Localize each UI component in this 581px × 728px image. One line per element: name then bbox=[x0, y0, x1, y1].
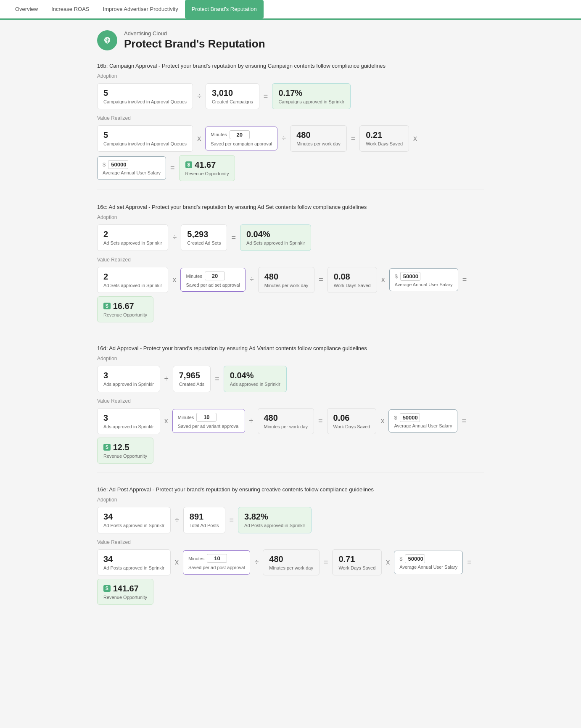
nav-protect-reputation[interactable]: Protect Brand's Reputation bbox=[185, 0, 264, 18]
card-label: Minutes per work day bbox=[264, 282, 309, 288]
green-dollar-icon: $ bbox=[103, 303, 111, 309]
card-value: 5,293 bbox=[187, 229, 221, 239]
formula-card: 0.04% Ad Sets approved in Sprinklr bbox=[240, 224, 311, 251]
value-realized-label: Value Realized bbox=[97, 539, 484, 545]
operator: = bbox=[318, 275, 324, 284]
operator: ÷ bbox=[164, 375, 169, 383]
input-unit-label: Minutes bbox=[211, 132, 227, 137]
card-value: 480 bbox=[269, 554, 313, 564]
formula-card: 480 Minutes per work day bbox=[258, 267, 315, 293]
card-value: 0.04% bbox=[246, 229, 305, 239]
section-title: 16c: Ad set Approval - Protect your bran… bbox=[97, 203, 484, 211]
value-formula: 3 Ads approved in Sprinklr x Minutes 10 … bbox=[97, 408, 484, 464]
input-card: Minutes 20 Saved per ad set approval bbox=[180, 268, 245, 292]
operator: = bbox=[462, 275, 468, 284]
card-value: 0.21 bbox=[366, 130, 403, 140]
card-label: Ad Posts approved in Sprinklr bbox=[103, 522, 164, 528]
value-realized-label: Value Realized bbox=[97, 398, 484, 404]
green-result-card: $ 12.5 Revenue Opportunity bbox=[97, 438, 153, 464]
formula-card: 2 Ad Sets approved in Sprinklr bbox=[97, 224, 168, 251]
input-card-label: Saved per ad post approval bbox=[188, 564, 245, 570]
card-value: 3,010 bbox=[212, 88, 253, 98]
input-unit-label: Minutes bbox=[186, 274, 202, 279]
sections-container: 16b: Campaign Approval - Protect your br… bbox=[97, 62, 484, 605]
formula-card: 5 Campaigns involved in Approval Queues bbox=[97, 83, 193, 109]
input-card-label: Saved per ad set approval bbox=[186, 282, 240, 288]
card-value: 0.06 bbox=[333, 413, 370, 423]
card-label: Minutes per work day bbox=[264, 424, 308, 430]
value-formula: 34 Ad Posts approved in Sprinklr x Minut… bbox=[97, 549, 484, 605]
operator: = bbox=[317, 417, 324, 425]
card-label: Campaigns approved in Sprinklr bbox=[278, 99, 344, 105]
value-realized-label: Value Realized bbox=[97, 257, 484, 263]
card-label: Work Days Saved bbox=[333, 424, 370, 430]
nav-improve-productivity[interactable]: Improve Advertiser Productivity bbox=[96, 0, 185, 18]
dollar-icon: $ bbox=[394, 414, 397, 421]
salary-card: $ 50000 Average Annual User Salary bbox=[97, 156, 166, 179]
formula-card: 891 Total Ad Posts bbox=[183, 507, 225, 533]
adoption-formula: 34 Ad Posts approved in Sprinklr ÷ 891 T… bbox=[97, 507, 484, 533]
result-value: 12.5 bbox=[113, 442, 129, 452]
card-label: Created Campaigns bbox=[212, 99, 253, 105]
formula-card: 7,965 Created Ads bbox=[173, 366, 211, 392]
card-value: 480 bbox=[264, 272, 309, 282]
operator: = bbox=[350, 134, 357, 143]
input-card: Minutes 10 Saved per ad post approval bbox=[183, 550, 251, 574]
input-card-label: Saved per campaign approval bbox=[211, 141, 272, 147]
operator: x bbox=[174, 558, 180, 567]
operator: x bbox=[380, 417, 385, 425]
dollar-icon: $ bbox=[395, 273, 398, 280]
operator: = bbox=[466, 558, 473, 567]
input-value[interactable]: 20 bbox=[230, 130, 250, 139]
top-nav: Overview Increase ROAS Improve Advertise… bbox=[0, 0, 581, 20]
value-formula: 2 Ad Sets approved in Sprinklr x Minutes… bbox=[97, 267, 484, 323]
formula-card: 480 Minutes per work day bbox=[290, 125, 347, 151]
operator: = bbox=[230, 233, 237, 242]
adoption-label: Adoption bbox=[97, 73, 484, 79]
card-label: Created Ad Sets bbox=[187, 240, 221, 246]
card-label: Ads approved in Sprinklr bbox=[103, 381, 154, 387]
card-label: Ad Posts approved in Sprinklr bbox=[103, 565, 164, 571]
operator: x bbox=[385, 558, 391, 567]
salary-card: $ 50000 Average Annual User Salary bbox=[389, 268, 458, 291]
salary-value[interactable]: 50000 bbox=[400, 272, 420, 281]
salary-card: $ 50000 Average Annual User Salary bbox=[388, 409, 457, 433]
adoption-formula: 2 Ad Sets approved in Sprinklr ÷ 5,293 C… bbox=[97, 224, 484, 251]
card-label: Ad Sets approved in Sprinklr bbox=[246, 240, 305, 246]
operator: = bbox=[461, 417, 467, 425]
input-value[interactable]: 20 bbox=[205, 272, 225, 280]
operator: x bbox=[196, 134, 202, 143]
green-result-card: $ 16.67 Revenue Opportunity bbox=[97, 296, 153, 322]
adoption-formula: 3 Ads approved in Sprinklr ÷ 7,965 Creat… bbox=[97, 366, 484, 392]
salary-label: Average Annual User Salary bbox=[394, 423, 452, 429]
card-label: Minutes per work day bbox=[269, 565, 313, 571]
nav-overview[interactable]: Overview bbox=[8, 0, 45, 18]
input-card: Minutes 10 Saved per ad variant approval bbox=[172, 409, 245, 433]
card-value: 0.71 bbox=[338, 554, 375, 564]
nav-increase-roas[interactable]: Increase ROAS bbox=[45, 0, 96, 18]
salary-value[interactable]: 50000 bbox=[405, 554, 425, 563]
adoption-label: Adoption bbox=[97, 497, 484, 503]
result-label: Revenue Opportunity bbox=[103, 312, 147, 318]
page-subtitle: Advertising Cloud bbox=[124, 30, 265, 37]
green-result-card: $ 41.67 Revenue Opportunity bbox=[179, 155, 235, 181]
salary-value[interactable]: 50000 bbox=[400, 413, 420, 422]
salary-value[interactable]: 50000 bbox=[108, 160, 128, 169]
card-value: 5 bbox=[103, 130, 187, 140]
formula-card: 34 Ad Posts approved in Sprinklr bbox=[97, 507, 171, 533]
formula-card: 5 Campaigns involved in Approval Queues bbox=[97, 125, 193, 151]
section-title: 16e: Ad Post Approval - Protect your bra… bbox=[97, 486, 484, 493]
formula-card: 5,293 Created Ad Sets bbox=[181, 224, 227, 251]
section-divider bbox=[97, 190, 484, 190]
operator: ÷ bbox=[174, 516, 180, 525]
operator: = bbox=[323, 558, 329, 567]
input-value[interactable]: 10 bbox=[196, 413, 217, 422]
card-label: Campaigns involved in Approval Queues bbox=[103, 99, 187, 105]
input-value[interactable]: 10 bbox=[207, 554, 227, 563]
salary-label: Average Annual User Salary bbox=[103, 170, 161, 176]
formula-card: 480 Minutes per work day bbox=[263, 549, 320, 575]
card-label: Work Days Saved bbox=[334, 282, 371, 288]
input-card: Minutes 20 Saved per campaign approval bbox=[205, 127, 277, 150]
card-value: 34 bbox=[103, 554, 164, 564]
result-value: 16.67 bbox=[113, 301, 134, 311]
